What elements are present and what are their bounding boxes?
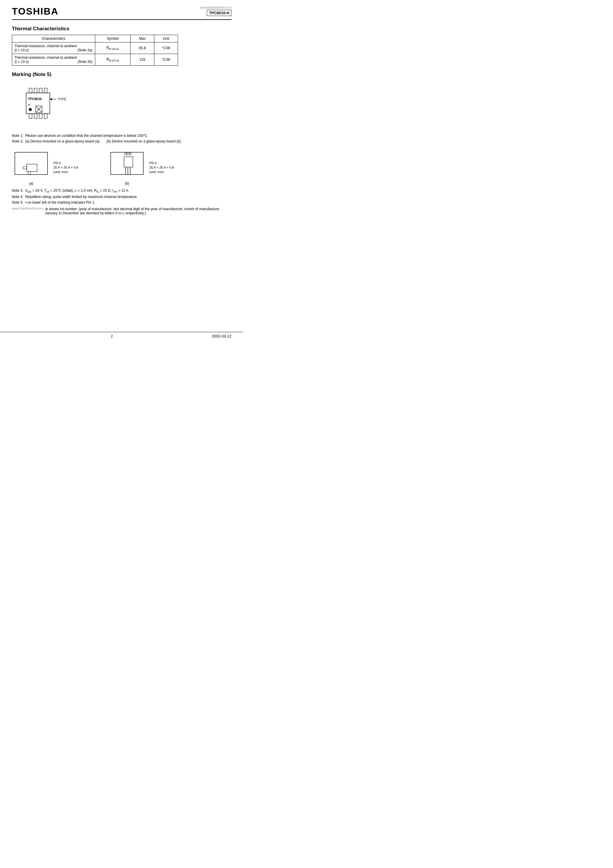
svg-rect-1: [34, 88, 37, 93]
col-characteristics: Characteristics: [12, 35, 95, 42]
col-unit: Unit: [154, 35, 178, 42]
svg-rect-18: [15, 152, 48, 175]
svg-rect-7: [39, 114, 42, 118]
svg-marker-11: [50, 98, 52, 100]
diagram-a-label: (a): [29, 181, 34, 186]
char-line2-2: (t = 10 s) (Note 2b): [14, 60, 93, 64]
char-note-1: (Note 2a): [77, 48, 92, 52]
note-1: Note 1: Please use devices on condition …: [12, 133, 231, 138]
fr4-label-a: FR-4: [53, 161, 78, 165]
svg-rect-21: [28, 172, 31, 175]
symbol-2: Rth (ch-a): [95, 54, 130, 66]
char-note-2: (Note 2b): [77, 60, 92, 64]
note-4-text: Repetitive rating: pulse width limited b…: [25, 195, 137, 199]
thermal-title: Thermal Characteristics: [12, 26, 231, 32]
part-number: TPC8010-H: [207, 10, 231, 16]
note-1-text: Please use devices on condition that the…: [25, 133, 149, 138]
dimensions-b: 25.4 × 25.4 × 0.8: [149, 166, 174, 169]
fr4-label-b: FR-4: [149, 161, 174, 165]
svg-text:H: H: [28, 103, 30, 107]
svg-rect-6: [34, 114, 37, 118]
svg-rect-22: [111, 152, 143, 175]
header-right: www.DataSheet4U.com TPC8010-H: [200, 6, 231, 16]
thermal-section: Thermal Characteristics Characteristics …: [12, 26, 231, 66]
char-line1-2: Thermal resistance, channel to ambient: [14, 56, 93, 60]
svg-rect-5: [29, 114, 32, 118]
char-line2-1: (t = 10 s) (Note 2a): [14, 48, 93, 52]
svg-rect-8: [44, 114, 47, 118]
svg-text:TPC8010: TPC8010: [28, 97, 42, 101]
dimensions-a: 25.4 × 25.4 × 0.8: [53, 166, 78, 169]
diagrams-row: (a) FR-4 25.4 × 25.4 × 0.8 (unit: mm): [12, 149, 231, 186]
board-svg-a: [12, 149, 50, 179]
note-5: Note 5: • on lower left of the marking i…: [12, 200, 231, 205]
svg-rect-19: [27, 164, 37, 172]
marking-diagram: TPC8010 TYPE H: [18, 86, 83, 124]
diagram-b-label: (b): [125, 181, 129, 186]
char-cell-2: Thermal resistance, channel to ambient (…: [12, 54, 95, 66]
svg-text:TYPE: TYPE: [58, 98, 67, 101]
char-cell-1: Thermal resistance, channel to ambient (…: [12, 42, 95, 54]
board-svg-b: [108, 149, 146, 179]
note-6-text: ※ shows lot number. (year of manufacture…: [45, 207, 231, 215]
max-2: 125: [130, 54, 154, 66]
diagram-b-wrapper: (b) FR-4 25.4 × 25.4 × 0.8 (unit: mm): [108, 149, 174, 186]
diagram-a: (a): [12, 149, 50, 186]
max-1: 65.8: [130, 42, 154, 54]
char-line1-1: Thermal resistance, channel to ambient: [14, 44, 93, 48]
note-5-label: Note 5:: [12, 200, 23, 205]
note-6-label: www.DataSheet4U.com: [12, 207, 43, 215]
diagram-a-info: FR-4 25.4 × 25.4 × 0.8 (unit: mm): [53, 161, 78, 174]
marking-title: Marking (Note 5): [12, 71, 231, 78]
symbol-1: Rth (ch-a): [95, 42, 130, 54]
unit-1: °C/W: [154, 42, 178, 54]
ic-package-svg: TPC8010 TYPE H: [18, 86, 83, 124]
toshiba-logo: TOSHIBA: [12, 6, 59, 17]
diagram-b-info: FR-4 25.4 × 25.4 × 0.8 (unit: mm): [149, 161, 174, 174]
page-header: TOSHIBA www.DataSheet4U.com TPC8010-H: [12, 6, 231, 20]
note-3-text: VDD = 24 V, Tch = 25°C (initial), L = 1.…: [25, 189, 128, 193]
table-row: Thermal resistance, channel to ambient (…: [12, 42, 178, 54]
note-5-text: • on lower left of the marking indicates…: [25, 200, 95, 205]
note-2-label: Note 2:: [12, 139, 23, 143]
col-symbol: Symbol: [95, 35, 130, 42]
char-time-1: (t = 10 s): [14, 48, 29, 52]
svg-rect-3: [44, 88, 47, 93]
note-6: www.DataSheet4U.com ※ shows lot number. …: [12, 207, 231, 215]
note-1-label: Note 1:: [12, 133, 23, 138]
website-text: www.DataSheet4U.com: [200, 6, 231, 9]
note-2-text: (a) Device mounted on a glass-epoxy boar…: [25, 139, 181, 143]
notes-section: Note 1: Please use devices on condition …: [12, 133, 231, 215]
thermal-table: Characteristics Symbol Max Unit Thermal …: [12, 35, 178, 66]
footer-date: 2002-03-12: [212, 334, 231, 338]
note-4-label: Note 4:: [12, 195, 23, 199]
table-row: Thermal resistance, channel to ambient (…: [12, 54, 178, 66]
unit-b: (unit: mm): [149, 170, 174, 174]
svg-rect-2: [39, 88, 42, 93]
svg-rect-20: [23, 167, 27, 169]
svg-rect-0: [29, 88, 32, 93]
unit-2: °C/W: [154, 54, 178, 66]
col-max: Max: [130, 35, 154, 42]
note-3: Note 3: VDD = 24 V, Tch = 25°C (initial)…: [12, 189, 231, 193]
marking-section: Marking (Note 5) TPC8010 TYPE H: [12, 71, 231, 130]
svg-rect-23: [124, 157, 133, 167]
diagram-b: (b): [108, 149, 146, 186]
note-4: Note 4: Repetitive rating: pulse width l…: [12, 195, 231, 199]
svg-point-14: [29, 108, 32, 111]
diagram-a-wrapper: (a) FR-4 25.4 × 25.4 × 0.8 (unit: mm): [12, 149, 78, 186]
page-number: 2: [111, 334, 113, 338]
page-footer: 2 2002-03-12: [0, 332, 243, 338]
unit-a: (unit: mm): [53, 170, 78, 174]
note-2: Note 2: (a) Device mounted on a glass-ep…: [12, 139, 231, 143]
char-time-2: (t = 10 s): [14, 60, 29, 64]
note-3-label: Note 3:: [12, 189, 23, 193]
